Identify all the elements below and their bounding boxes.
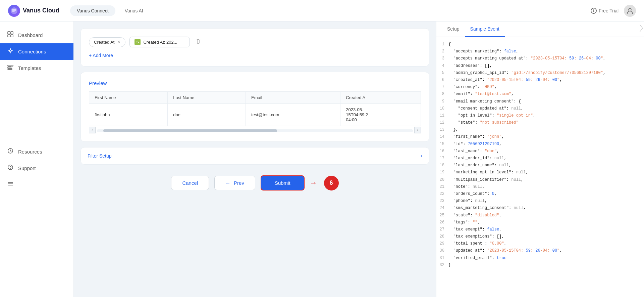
target-field-chip: S Created At: 202... xyxy=(129,37,190,47)
info-icon: ℹ xyxy=(591,8,597,14)
svg-rect-2 xyxy=(8,32,10,34)
target-field-text: Created At: 202... xyxy=(143,40,177,45)
support-label: Support xyxy=(18,165,36,171)
menu-icon xyxy=(7,180,14,189)
json-line: 10 "consent_updated_at": null, xyxy=(436,105,644,112)
json-line: 24 "sms_marketing_consent": null, xyxy=(436,205,644,212)
col-email: Email xyxy=(246,92,340,104)
connections-label: Connections xyxy=(18,49,46,54)
svg-rect-7 xyxy=(8,65,13,66)
json-line: 29 "total_spent": "0.00", xyxy=(436,240,644,247)
col-last-name: Last Name xyxy=(168,92,246,104)
add-more-button[interactable]: + Add More xyxy=(89,53,113,58)
json-line: 11 "opt_in_level": "single_opt_in", xyxy=(436,112,644,119)
field-mapping-row: Created At ✕ S Created At: 202... xyxy=(89,37,421,47)
sidebar-item-dashboard[interactable]: Dashboard xyxy=(0,27,73,43)
svg-point-11 xyxy=(8,165,13,170)
json-line: 19 "marketing_opt_in_level": null, xyxy=(436,169,644,176)
json-line: 26 "tags": "", xyxy=(436,219,644,226)
scroll-left-arrow[interactable]: ‹ xyxy=(89,127,96,133)
support-icon xyxy=(7,164,14,172)
svg-rect-5 xyxy=(11,35,13,37)
preview-section: Preview First Name Last Name Email Creat… xyxy=(80,72,429,142)
submit-button[interactable]: Submit xyxy=(261,175,305,190)
json-line: 22 "orders_count": 0, xyxy=(436,190,644,198)
svg-point-6 xyxy=(9,50,11,52)
svg-rect-3 xyxy=(11,32,13,34)
main-content: Created At ✕ S Created At: 202... + Add … xyxy=(74,22,644,297)
arrow-to-step-icon: → xyxy=(310,179,317,187)
json-line: 5 "admin_graphql_api_id": "gid://shopify… xyxy=(436,70,644,77)
shopify-icon: S xyxy=(135,39,141,45)
table-scroll-container[interactable]: First Name Last Name Email Created A fir… xyxy=(89,91,421,126)
filter-card: Filter Setup › xyxy=(80,147,429,165)
left-panel: Created At ✕ S Created At: 202... + Add … xyxy=(74,22,436,297)
sidebar-item-menu[interactable] xyxy=(0,176,73,193)
nav-vanus-connect[interactable]: Vanus Connect xyxy=(70,5,115,16)
main-nav: Vanus Connect Vanus AI xyxy=(70,5,150,16)
json-line: 8 "email": "test@test.com", xyxy=(436,91,644,98)
json-line: 27 "tax_exempt": false, xyxy=(436,226,644,233)
preview-title: Preview xyxy=(89,80,421,86)
sidebar-item-templates[interactable]: Templates xyxy=(0,60,73,76)
cell-first-name: firstjohn xyxy=(89,104,168,126)
json-line: 7 "currency": "HKD", xyxy=(436,84,644,91)
filter-setup-row[interactable]: Filter Setup › xyxy=(81,147,429,164)
col-created-at: Created A xyxy=(340,92,421,104)
prev-button[interactable]: ← Prev xyxy=(214,176,255,190)
user-avatar[interactable] xyxy=(624,5,636,17)
json-line: 1{ xyxy=(436,41,644,48)
sidebar: Dashboard Connections Templates xyxy=(0,22,74,297)
json-line: 3 "accepts_marketing_updated_at": "2023-… xyxy=(436,55,644,62)
logo-icon xyxy=(8,5,20,17)
templates-label: Templates xyxy=(18,65,41,71)
json-line: 17 "last_order_id": null, xyxy=(436,155,644,162)
tab-setup[interactable]: Setup xyxy=(442,22,465,37)
svg-rect-9 xyxy=(8,69,12,70)
scrollbar-thumb xyxy=(103,129,277,132)
json-line: 31 "verified_email": true xyxy=(436,255,644,262)
resources-label: Resources xyxy=(18,149,42,155)
resize-handle[interactable] xyxy=(639,22,644,36)
json-line: 20 "multipass_identifier": null, xyxy=(436,176,644,183)
cell-last-name: doe xyxy=(168,104,246,126)
connections-icon xyxy=(7,47,14,56)
json-line: 32} xyxy=(436,262,644,269)
json-line: 25 "state": "disabled", xyxy=(436,212,644,219)
templates-icon xyxy=(7,64,14,72)
source-field-chip: Created At ✕ xyxy=(89,37,125,47)
json-line: 28 "tax_exemptions": [], xyxy=(436,233,644,240)
sidebar-item-connections[interactable]: Connections xyxy=(0,43,73,60)
json-line: 16 "last_name": "doe", xyxy=(436,148,644,155)
sidebar-item-support[interactable]: Support xyxy=(0,160,73,176)
header: Vanus Cloud Vanus Connect Vanus AI ℹ Fre… xyxy=(0,0,644,22)
right-panel: Setup Sample Event 1{2 "accepts_marketin… xyxy=(436,22,644,297)
svg-point-1 xyxy=(629,8,631,11)
svg-rect-4 xyxy=(8,35,10,37)
json-line: 12 "state": "not_subscribed" xyxy=(436,119,644,126)
filter-label: Filter Setup xyxy=(88,153,112,159)
table-header-row: First Name Last Name Email Created A xyxy=(89,92,421,104)
header-right: ℹ Free Trial xyxy=(591,5,636,17)
sidebar-item-resources[interactable]: Resources xyxy=(0,143,73,160)
scroll-right-arrow[interactable]: › xyxy=(414,127,421,133)
prev-arrow-icon: ← xyxy=(225,180,230,186)
json-line: 15 "id": 7056921297190, xyxy=(436,141,644,148)
json-line: 18 "last_order_name": null, xyxy=(436,162,644,169)
tab-sample-event[interactable]: Sample Event xyxy=(465,22,505,37)
svg-rect-8 xyxy=(8,67,11,68)
json-viewer[interactable]: 1{2 "accepts_marketing": false,3 "accept… xyxy=(436,37,644,297)
filter-arrow-icon: › xyxy=(421,153,422,159)
free-trial: ℹ Free Trial xyxy=(591,8,619,14)
json-line: 23 "phone": null, xyxy=(436,198,644,205)
delete-field-button[interactable] xyxy=(194,37,203,47)
cancel-button[interactable]: Cancel xyxy=(171,176,209,190)
layout: Dashboard Connections Templates xyxy=(0,22,644,297)
step-badge: 6 xyxy=(324,176,339,190)
json-line: 9 "email_marketing_consent": { xyxy=(436,98,644,105)
nav-vanus-ai[interactable]: Vanus AI xyxy=(118,5,150,16)
bottom-buttons: Cancel ← Prev Submit → 6 xyxy=(80,170,429,196)
source-field-close[interactable]: ✕ xyxy=(117,40,120,44)
json-line: 4 "addresses": [], xyxy=(436,62,644,70)
logo: Vanus Cloud xyxy=(8,5,59,17)
